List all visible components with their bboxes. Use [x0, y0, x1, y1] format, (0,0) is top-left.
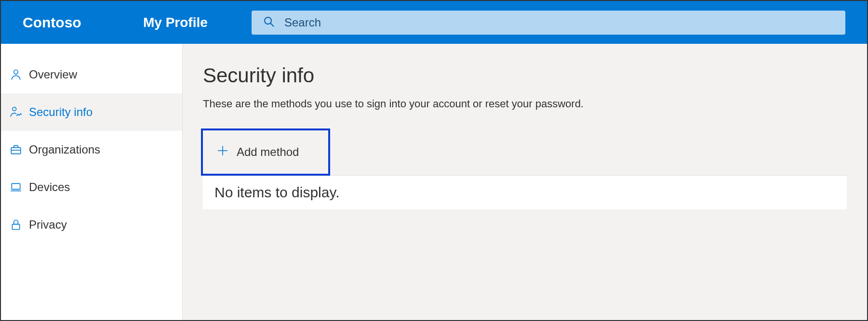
sidebar-item-label: Organizations: [29, 143, 100, 156]
plus-icon: [216, 144, 229, 160]
sidebar-item-privacy[interactable]: Privacy: [1, 206, 182, 244]
sidebar-item-devices[interactable]: Devices: [1, 168, 182, 206]
page-title: Security info: [203, 64, 847, 87]
sidebar-item-label: Security info: [29, 105, 93, 119]
add-method-label: Add method: [237, 145, 299, 159]
laptop-icon: [10, 181, 22, 193]
brand-name: Contoso: [23, 14, 143, 31]
briefcase-icon: [10, 143, 22, 156]
svg-rect-4: [11, 148, 21, 154]
svg-rect-8: [12, 224, 19, 230]
app-title: My Profile: [143, 15, 252, 30]
sidebar-item-overview[interactable]: Overview: [1, 56, 182, 93]
svg-point-2: [14, 70, 18, 74]
page-subtitle: These are the methods you use to sign in…: [203, 98, 847, 110]
sidebar: Overview Security info Organizations Dev…: [1, 44, 183, 320]
empty-message: No items to display.: [214, 184, 340, 200]
svg-line-1: [270, 23, 274, 26]
methods-toolbar: Add method: [203, 128, 847, 176]
empty-state: No items to display.: [203, 176, 847, 209]
person-key-icon: [10, 106, 22, 118]
header: Contoso My Profile: [1, 1, 867, 44]
search-input[interactable]: [284, 16, 834, 29]
sidebar-item-label: Overview: [29, 68, 77, 81]
main-panel: Security info These are the methods you …: [183, 44, 867, 320]
person-icon: [10, 68, 22, 81]
lock-icon: [10, 218, 22, 231]
add-method-button[interactable]: Add method: [201, 128, 330, 176]
sidebar-item-label: Devices: [29, 180, 70, 194]
svg-point-0: [265, 17, 271, 24]
search-icon: [263, 16, 275, 29]
content: Overview Security info Organizations Dev…: [1, 44, 867, 320]
svg-rect-6: [12, 183, 20, 189]
svg-point-3: [13, 107, 16, 111]
sidebar-item-label: Privacy: [29, 218, 67, 231]
search-box[interactable]: [252, 11, 845, 35]
sidebar-item-organizations[interactable]: Organizations: [1, 131, 182, 168]
sidebar-item-security-info[interactable]: Security info: [1, 93, 182, 131]
